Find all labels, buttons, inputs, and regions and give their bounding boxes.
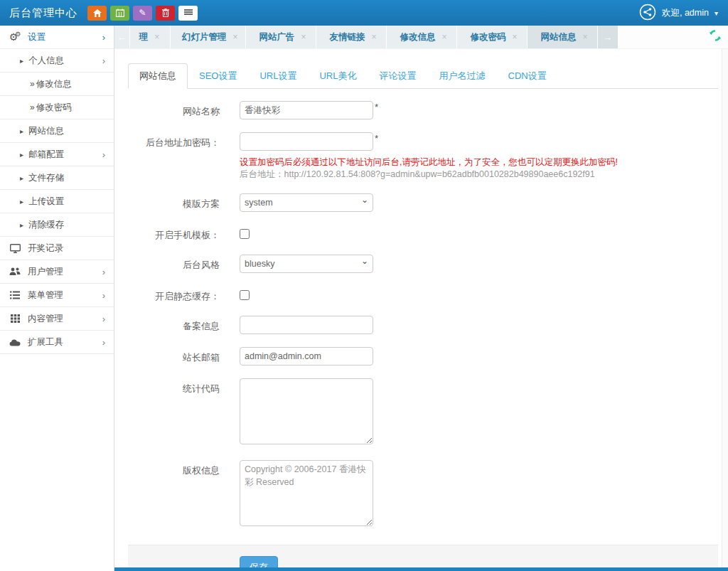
trash-button[interactable] — [156, 6, 175, 21]
site-info-panel: 网站信息 SEO设置 URL设置 URL美化 评论设置 用户名过滤 CDN设置 … — [128, 63, 718, 571]
sidebar-item-extension-tools[interactable]: 扩展工具 › — [0, 331, 114, 354]
admin-style-label: 后台风格 — [128, 255, 231, 273]
sidebar-item-user-management[interactable]: 用户管理 › — [0, 260, 114, 284]
tab-site-info[interactable]: 网站信息 — [128, 63, 188, 89]
share-icon — [639, 4, 656, 23]
sidebar-item-content-management[interactable]: 内容管理 › — [0, 307, 114, 331]
form-row-copyright: 版权信息 Copyright © 2006-2017 香港快彩 Reserved — [128, 460, 718, 529]
icp-record-label: 备案信息 — [128, 316, 231, 334]
close-tab-icon[interactable]: × — [442, 32, 447, 42]
form-row-admin-style: 后台风格 bluesky ⌄ — [128, 255, 718, 273]
user-menu[interactable]: 欢迎, admin ▾ — [639, 4, 728, 23]
window-tabstrip: ← 理 × 幻灯片管理 × 网站广告 × 友情链接 × 修改信息 × 修改密码 … — [114, 26, 728, 49]
main-content: 网站信息 SEO设置 URL设置 URL美化 评论设置 用户名过滤 CDN设置 … — [114, 49, 728, 571]
close-tab-icon[interactable]: × — [513, 32, 518, 42]
double-angle-icon: » — [30, 79, 35, 89]
calendar-button[interactable] — [110, 6, 129, 21]
template-scheme-label: 模版方案 — [128, 193, 231, 212]
webmaster-email-input[interactable] — [240, 347, 373, 365]
sidebar-item-email-config[interactable]: ▸ 邮箱配置 › — [0, 143, 114, 166]
close-tab-icon[interactable]: × — [233, 32, 238, 42]
sidebar-item-settings[interactable]: ⚙⚙ 设置 › — [0, 26, 114, 49]
chevron-right-icon: › — [102, 267, 105, 277]
triangle-marker-icon: ▸ — [20, 151, 23, 159]
tab-cdn-settings[interactable]: CDN设置 — [497, 63, 558, 89]
copyright-textarea[interactable]: Copyright © 2006-2017 香港快彩 Reserved — [240, 460, 373, 526]
sidebar-item-edit-info[interactable]: » 修改信息 — [0, 73, 114, 96]
form-row-static-cache: 开启静态缓存： — [128, 286, 718, 303]
form-row-stats-code: 统计代码 — [128, 378, 718, 447]
cloud-icon — [9, 338, 21, 346]
sidebar-item-file-storage[interactable]: ▸ 文件存储 — [0, 166, 114, 190]
welcome-text: 欢迎, admin — [662, 7, 709, 19]
triangle-marker-icon: ▸ — [20, 57, 23, 65]
close-tab-icon[interactable]: × — [301, 32, 306, 42]
scroll-left-button[interactable]: ← — [114, 26, 129, 48]
home-button[interactable] — [87, 6, 107, 21]
form-row-site-name: 网站名称 * — [128, 101, 718, 119]
sidebar-item-personal-info[interactable]: ▸ 个人信息 › — [0, 49, 114, 73]
template-scheme-select[interactable]: system — [240, 193, 373, 212]
window-tab-slideshow[interactable]: 幻灯片管理 × — [171, 26, 245, 48]
grid-icon — [9, 314, 21, 323]
list-button[interactable] — [178, 6, 198, 21]
sidebar-item-change-password[interactable]: » 修改密码 — [0, 96, 114, 119]
chevron-right-icon: › — [102, 314, 105, 324]
chevron-right-icon: › — [102, 55, 105, 66]
tab-url-beautify[interactable]: URL美化 — [308, 63, 368, 89]
site-name-label: 网站名称 — [128, 101, 231, 119]
calendar-icon — [116, 9, 124, 17]
required-mark: * — [375, 133, 378, 144]
form-row-webmaster-email: 站长邮箱 — [128, 347, 718, 365]
pencil-button[interactable]: ✎ — [133, 6, 152, 21]
admin-url-password-label: 后台地址加密码： — [128, 132, 231, 181]
monitor-icon — [9, 244, 21, 253]
admin-url-password-input[interactable] — [240, 132, 373, 151]
window-tab-truncated[interactable]: 理 × — [130, 26, 170, 48]
window-tab-friend-links[interactable]: 友情链接 × — [316, 26, 386, 48]
window-tab-edit-info[interactable]: 修改信息 × — [387, 26, 456, 48]
trash-icon — [162, 9, 169, 17]
sidebar-item-upload-settings[interactable]: ▸ 上传设置 — [0, 190, 114, 213]
bottom-strip — [114, 567, 728, 571]
form-row-mobile-template: 开启手机模板： — [128, 225, 718, 242]
scroll-right-button[interactable]: → — [598, 26, 618, 48]
close-tab-icon[interactable]: × — [372, 32, 377, 42]
tab-url-settings[interactable]: URL设置 — [248, 63, 308, 89]
tab-comment-settings[interactable]: 评论设置 — [368, 63, 428, 89]
sidebar-item-site-info[interactable]: ▸ 网站信息 — [0, 119, 114, 143]
chevron-right-icon: › — [102, 149, 105, 160]
window-tab-site-info[interactable]: 网站信息 × — [528, 26, 597, 48]
form-row-icp-record: 备案信息 — [128, 316, 718, 334]
users-icon — [9, 267, 21, 276]
scrollbar[interactable] — [722, 49, 728, 571]
admin-style-select[interactable]: bluesky — [240, 255, 373, 273]
close-tab-icon[interactable]: × — [583, 32, 588, 42]
sidebar-item-clear-cache[interactable]: ▸ 清除缓存 — [0, 213, 114, 237]
pencil-icon: ✎ — [139, 8, 146, 18]
sidebar-item-lottery-records[interactable]: 开奖记录 — [0, 237, 114, 260]
tab-seo-settings[interactable]: SEO设置 — [188, 63, 248, 89]
home-icon — [93, 9, 102, 17]
sidebar-item-menu-management[interactable]: 菜单管理 › — [0, 284, 114, 307]
password-warning-text: 设置加密码后必须通过以下地址访问后台,请劳记此地址，为了安全，您也可以定期更换此… — [240, 156, 618, 169]
window-tab-change-password[interactable]: 修改密码 × — [457, 26, 527, 48]
site-name-input[interactable] — [240, 101, 373, 119]
stats-code-label: 统计代码 — [128, 378, 231, 447]
header-toolbar: ✎ — [87, 6, 198, 21]
icp-record-input[interactable] — [240, 316, 373, 334]
window-tab-site-ads[interactable]: 网站广告 × — [246, 26, 316, 48]
stats-code-textarea[interactable] — [240, 378, 373, 444]
triangle-marker-icon: ▸ — [20, 221, 23, 229]
top-header: 后台管理中心 ✎ 欢迎, admin — [0, 0, 728, 26]
menu-list-icon — [9, 291, 21, 299]
refresh-icon[interactable] — [709, 29, 722, 45]
form-row-admin-url-password: 后台地址加密码： * 设置加密码后必须通过以下地址访问后台,请劳记此地址，为了安… — [128, 132, 718, 181]
static-cache-checkbox[interactable] — [240, 290, 250, 300]
mobile-template-label: 开启手机模板： — [128, 225, 231, 242]
form-row-template-scheme: 模版方案 system ⌄ — [128, 193, 718, 212]
close-tab-icon[interactable]: × — [154, 32, 159, 42]
mobile-template-checkbox[interactable] — [240, 229, 250, 239]
tab-username-filter[interactable]: 用户名过滤 — [428, 63, 497, 89]
app-title: 后台管理中心 — [0, 6, 87, 20]
